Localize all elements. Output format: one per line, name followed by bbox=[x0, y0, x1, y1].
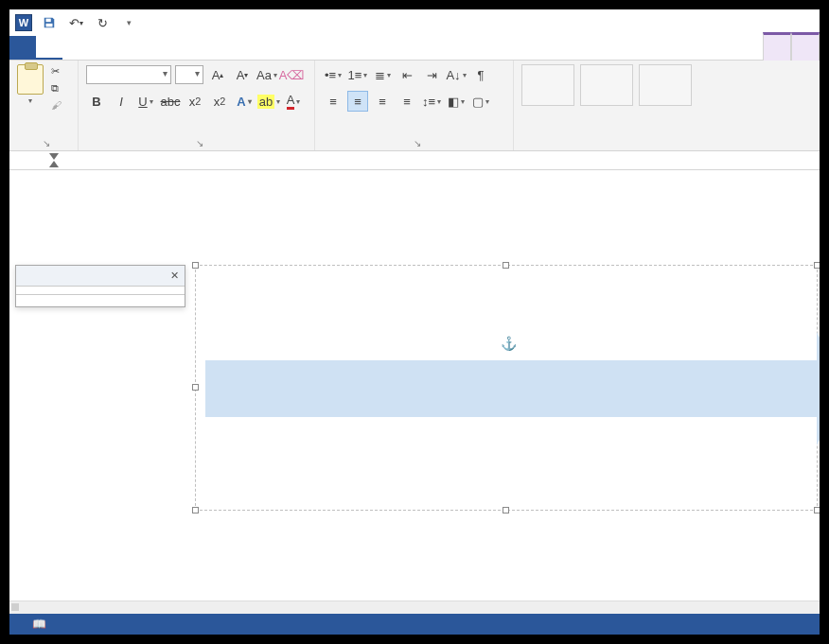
grow-font-icon[interactable]: A▴ bbox=[207, 64, 228, 85]
spellcheck-icon[interactable]: 📖 bbox=[32, 618, 46, 631]
line-spacing-icon[interactable]: ↕≡ bbox=[421, 91, 442, 112]
text-pane-footer bbox=[16, 294, 185, 306]
quick-access-toolbar: ↶▾ ↻ ▾ bbox=[42, 15, 136, 30]
font-name-input[interactable] bbox=[86, 65, 171, 84]
close-icon[interactable]: ✕ bbox=[170, 270, 179, 282]
paste-button[interactable]: ▾ bbox=[17, 64, 44, 105]
numbering-icon[interactable]: 1≡ bbox=[347, 64, 368, 85]
group-styles bbox=[514, 61, 820, 150]
horizontal-scrollbar[interactable] bbox=[9, 600, 820, 614]
redo-icon[interactable]: ↻ bbox=[95, 15, 110, 30]
show-marks-icon[interactable]: ¶ bbox=[470, 64, 491, 85]
increase-indent-icon[interactable]: ⇥ bbox=[421, 64, 442, 85]
scroll-left-icon[interactable] bbox=[11, 603, 19, 611]
horizontal-ruler[interactable] bbox=[9, 151, 820, 170]
status-bar: 📖 bbox=[9, 614, 820, 635]
smartart-text-pane: ✕ bbox=[15, 265, 185, 307]
font-size-input[interactable] bbox=[175, 65, 203, 84]
clipboard-icon bbox=[17, 64, 44, 95]
resize-handle[interactable] bbox=[814, 507, 820, 513]
align-center-icon[interactable]: ≡ bbox=[347, 91, 368, 112]
svg-rect-0 bbox=[46, 19, 51, 23]
subscript-icon[interactable]: x2 bbox=[185, 91, 205, 112]
tab-file[interactable] bbox=[9, 36, 36, 60]
timeline-arrow[interactable] bbox=[205, 360, 817, 417]
qat-customize-icon[interactable]: ▾ bbox=[121, 15, 136, 30]
borders-icon[interactable]: ▢ bbox=[470, 91, 491, 112]
tab-references[interactable] bbox=[142, 36, 168, 60]
group-font: A▴ A▾ Aa A⌫ B I U abc x2 x2 A ab A ↘ bbox=[79, 61, 315, 150]
tab-view[interactable] bbox=[221, 36, 248, 60]
paragraph-dialog-launcher-icon[interactable]: ↘ bbox=[414, 138, 421, 148]
word-window: W ↶▾ ↻ ▾ bbox=[9, 9, 820, 635]
align-left-icon[interactable]: ≡ bbox=[323, 91, 344, 112]
tab-home[interactable] bbox=[36, 36, 62, 60]
copy-button[interactable]: ⧉ bbox=[49, 81, 70, 96]
svg-rect-1 bbox=[46, 24, 53, 27]
document-area[interactable]: ✕ ⚓ bbox=[9, 170, 820, 614]
cut-button[interactable]: ✂ bbox=[49, 64, 70, 79]
format-painter-button[interactable]: 🖌 bbox=[49, 98, 70, 113]
resize-handle[interactable] bbox=[503, 507, 509, 513]
tab-smartart-design[interactable] bbox=[763, 32, 791, 61]
group-paragraph: •≡ 1≡ ≣ ⇤ ⇥ A↓ ¶ ≡ ≡ ≡ ≡ ↕≡ ◧ ▢ bbox=[315, 61, 514, 150]
highlight-icon[interactable]: ab bbox=[258, 91, 279, 112]
clear-formatting-icon[interactable]: A⌫ bbox=[281, 64, 302, 85]
title-bar: W ↶▾ ↻ ▾ bbox=[9, 9, 820, 36]
tab-insert[interactable] bbox=[62, 36, 89, 60]
change-case-icon[interactable]: Aa bbox=[256, 64, 277, 85]
bullets-icon[interactable]: •≡ bbox=[323, 64, 344, 85]
undo-icon[interactable]: ↶▾ bbox=[68, 15, 83, 30]
ribbon: ▾ ✂ ⧉ 🖌 ↘ A▴ A▾ Aa A⌫ bbox=[9, 61, 820, 151]
resize-handle[interactable] bbox=[192, 507, 199, 513]
ribbon-tabs bbox=[9, 36, 820, 61]
sort-icon[interactable]: A↓ bbox=[446, 64, 467, 85]
smartart-canvas[interactable]: ⚓ bbox=[195, 265, 818, 511]
smartart-contextual-tabs bbox=[763, 32, 820, 61]
save-icon[interactable] bbox=[42, 15, 57, 30]
word-icon: W bbox=[15, 14, 32, 31]
resize-handle[interactable] bbox=[192, 384, 199, 391]
font-dialog-launcher-icon[interactable]: ↘ bbox=[196, 138, 203, 148]
tab-smartart-format[interactable] bbox=[791, 32, 820, 61]
font-color-icon[interactable]: A bbox=[283, 91, 304, 112]
text-pane-body[interactable] bbox=[16, 287, 185, 294]
italic-icon[interactable]: I bbox=[111, 91, 132, 112]
strikethrough-icon[interactable]: abc bbox=[160, 91, 181, 112]
tab-review[interactable] bbox=[195, 36, 221, 60]
anchor-icon: ⚓ bbox=[501, 336, 517, 351]
shrink-font-icon[interactable]: A▾ bbox=[232, 64, 253, 85]
style-heading1[interactable] bbox=[639, 64, 692, 106]
resize-handle[interactable] bbox=[192, 262, 199, 269]
tab-page-layout[interactable] bbox=[115, 36, 142, 60]
scissors-icon: ✂ bbox=[51, 65, 64, 78]
multilevel-icon[interactable]: ≣ bbox=[372, 64, 393, 85]
copy-icon: ⧉ bbox=[51, 82, 64, 96]
decrease-indent-icon[interactable]: ⇤ bbox=[397, 64, 417, 85]
underline-icon[interactable]: U bbox=[135, 91, 156, 112]
style-normal[interactable] bbox=[521, 64, 574, 106]
tab-mailings[interactable] bbox=[168, 36, 195, 60]
bold-icon[interactable]: B bbox=[86, 91, 107, 112]
group-clipboard: ▾ ✂ ⧉ 🖌 ↘ bbox=[9, 61, 79, 150]
align-right-icon[interactable]: ≡ bbox=[372, 91, 393, 112]
brush-icon: 🖌 bbox=[51, 99, 64, 113]
style-no-spacing[interactable] bbox=[580, 64, 633, 106]
justify-icon[interactable]: ≡ bbox=[397, 91, 417, 112]
arrow-head-icon bbox=[817, 332, 820, 445]
clipboard-dialog-launcher-icon[interactable]: ↘ bbox=[43, 138, 50, 148]
tab-design[interactable] bbox=[89, 36, 115, 60]
resize-handle[interactable] bbox=[503, 262, 509, 269]
shading-icon[interactable]: ◧ bbox=[446, 91, 467, 112]
text-effects-icon[interactable]: A bbox=[234, 91, 255, 112]
resize-handle[interactable] bbox=[814, 262, 820, 269]
superscript-icon[interactable]: x2 bbox=[209, 91, 230, 112]
